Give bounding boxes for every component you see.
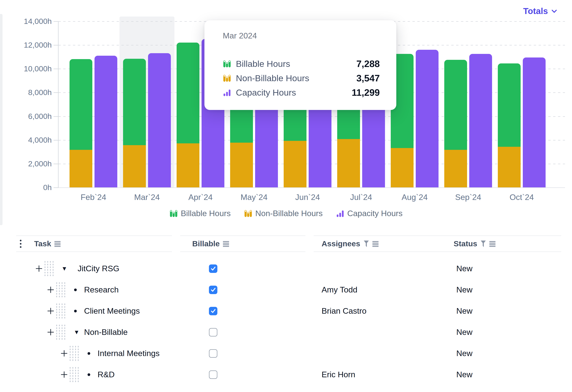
tooltip-row-billable-hours: Billable Hours7,288 [223, 57, 380, 71]
table-row-non-billable: ▼Non-BillableNew [0, 322, 572, 343]
y-axis-label: 4,000h [4, 134, 52, 145]
filter-icon[interactable] [364, 240, 369, 248]
bullet-icon: • [74, 300, 77, 322]
billable-segment-sep-24 [444, 60, 467, 150]
column-header-label: Billable [192, 239, 220, 248]
non-billable-segment-mar-24 [123, 145, 146, 187]
x-axis-label-jul-24: Jul`24 [332, 192, 390, 203]
y-axis-label: 14,000h [4, 16, 52, 27]
billable-checkbox[interactable] [209, 258, 217, 279]
drag-handle[interactable] [45, 258, 54, 279]
status-value: New [456, 279, 473, 300]
stacked-bar-feb-24[interactable] [69, 59, 92, 187]
axis-tick [54, 187, 58, 188]
legend-item-billable-hours[interactable]: Billable Hours [169, 209, 231, 218]
menu-icon[interactable] [372, 240, 379, 248]
checkbox-checked[interactable] [209, 307, 217, 315]
add-subtask-button[interactable] [35, 258, 43, 279]
add-subtask-button[interactable] [60, 364, 68, 385]
capacity-bar-oct-24[interactable] [523, 58, 546, 187]
tooltip-row-non-billable-hours: Non-Billable Hours3,547 [223, 71, 380, 85]
drag-handle[interactable] [70, 343, 79, 364]
non-billable-segment-jul-24 [337, 139, 360, 187]
add-subtask-button[interactable] [60, 343, 68, 364]
billable-segment-mar-24 [123, 59, 146, 145]
task-label: R&D [97, 364, 115, 385]
hours-chart: Totals 14,000h12,000h10,000h8,000h6,000h… [0, 0, 572, 228]
x-axis-label-sep-24: Sep`24 [439, 192, 497, 203]
tooltip-row-capacity-hours: Capacity Hours11,299 [223, 85, 380, 100]
checkbox-unchecked[interactable] [209, 349, 217, 358]
tooltip-series-label: Capacity Hours [236, 88, 296, 97]
capacity-bar-feb-24[interactable] [95, 56, 117, 187]
filter-icon[interactable] [480, 240, 486, 248]
tooltip-series-value: 7,288 [356, 58, 380, 69]
checkbox-checked[interactable] [209, 286, 217, 294]
column-header-billable[interactable]: Billable [192, 235, 229, 252]
add-subtask-button[interactable] [46, 300, 55, 322]
billable-segment-apr-24 [176, 43, 199, 143]
chart-legend: Billable Hours Non-Billable Hours Capaci… [0, 209, 572, 218]
billable-checkbox[interactable] [209, 343, 217, 364]
non-billable-bars-icon [223, 74, 231, 82]
tooltip-series-label: Non-Billable Hours [236, 73, 309, 83]
drag-handle[interactable] [70, 364, 79, 385]
x-axis-label-aug-24: Aug`24 [386, 192, 443, 203]
checkbox-checked[interactable] [209, 265, 217, 273]
column-header-task[interactable]: Task [34, 235, 61, 252]
billable-checkbox[interactable] [209, 322, 217, 343]
chart-tooltip: Mar 2024 Billable Hours7,288 Non-Billabl… [205, 20, 396, 110]
legend-item-capacity-hours[interactable]: Capacity Hours [336, 209, 403, 218]
capacity-bars-icon [223, 88, 231, 97]
table-row-jitcity-rsg: ▼JitCity RSGNew [0, 258, 572, 279]
legend-item-non-billable-hours[interactable]: Non-Billable Hours [244, 209, 323, 218]
non-billable-segment-jun-24 [284, 141, 306, 187]
expander-triangle-icon[interactable]: ▼ [74, 322, 79, 343]
billable-segment-feb-24 [69, 59, 92, 150]
add-subtask-button[interactable] [46, 279, 55, 300]
drag-handle[interactable] [56, 279, 65, 300]
x-axis-label-oct-24: Oct`24 [493, 192, 550, 203]
axis-tick [54, 164, 58, 164]
task-label: Research [84, 279, 119, 300]
stacked-bar-oct-24[interactable] [498, 63, 521, 187]
column-header-status[interactable]: Status [454, 235, 495, 252]
tooltip-title: Mar 2024 [223, 31, 380, 40]
totals-label: Totals [523, 6, 548, 16]
column-header-label: Status [454, 239, 477, 248]
capacity-bar-mar-24[interactable] [148, 53, 171, 187]
checkbox-unchecked[interactable] [209, 370, 217, 379]
table-row-client-meetings: •Client MeetingsBrian CastroNew [0, 300, 572, 322]
axis-tick [54, 69, 58, 69]
totals-dropdown[interactable]: Totals [523, 6, 558, 16]
expander-triangle-icon[interactable]: ▼ [62, 258, 67, 279]
table-row-r-d: •R&DEric HornNew [0, 364, 572, 385]
column-header-label: Assignees [322, 239, 360, 248]
menu-icon[interactable] [223, 240, 229, 248]
non-billable-segment-may-24 [230, 143, 253, 187]
billable-checkbox[interactable] [209, 300, 217, 322]
stacked-bar-mar-24[interactable] [123, 59, 146, 187]
billable-checkbox[interactable] [209, 279, 217, 300]
checkbox-unchecked[interactable] [209, 328, 217, 336]
capacity-bar-sep-24[interactable] [469, 54, 492, 187]
add-subtask-button[interactable] [46, 322, 55, 343]
stacked-bar-apr-24[interactable] [176, 43, 199, 187]
menu-icon[interactable] [54, 240, 61, 248]
bullet-icon: • [87, 364, 91, 385]
stacked-bar-sep-24[interactable] [444, 60, 467, 187]
billable-bars-icon [223, 60, 231, 68]
axis-tick [54, 45, 58, 46]
legend-label: Capacity Hours [347, 209, 403, 218]
billable-checkbox[interactable] [209, 364, 217, 385]
y-axis-line [58, 21, 59, 188]
task-table: Task Billable Assignees Status ▼JitCity … [0, 228, 572, 392]
column-header-assignees[interactable]: Assignees [322, 235, 379, 252]
status-value: New [456, 300, 473, 322]
menu-icon[interactable] [489, 240, 495, 248]
bullet-icon: • [87, 343, 91, 364]
drag-handle[interactable] [56, 300, 65, 322]
drag-handle[interactable] [56, 322, 65, 343]
capacity-bar-aug-24[interactable] [416, 50, 439, 187]
assignee-name: Amy Todd [322, 279, 357, 300]
